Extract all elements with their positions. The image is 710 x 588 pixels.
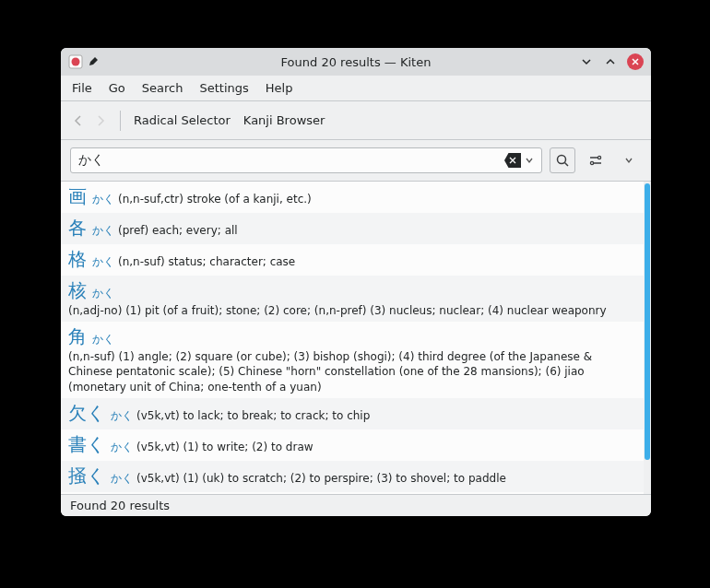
menubar: File Go Search Settings Help bbox=[61, 76, 651, 101]
menu-go[interactable]: Go bbox=[109, 81, 125, 95]
entry-reading: かく bbox=[111, 471, 133, 486]
entry-definition: (n,n-suf) (1) angle; (2) square (or cube… bbox=[68, 349, 636, 394]
titlebar[interactable]: Found 20 results — Kiten bbox=[61, 48, 651, 76]
app-icon bbox=[68, 54, 83, 69]
scrollbar[interactable] bbox=[644, 182, 651, 494]
entry-reading: かく bbox=[92, 223, 114, 238]
entry-kanji[interactable]: 書く bbox=[68, 432, 105, 457]
entry-definition: (pref) each; every; all bbox=[118, 223, 238, 238]
result-entry[interactable]: 画かく (n,n-suf,ctr) stroke (of a kanji, et… bbox=[61, 182, 644, 213]
result-entry[interactable]: 掻くかく (v5k,vt) (1) (uk) to scratch; (2) t… bbox=[61, 461, 644, 492]
results-area: 画かく (n,n-suf,ctr) stroke (of a kanji, et… bbox=[61, 182, 651, 494]
kanji-browser-button[interactable]: Kanji Browser bbox=[243, 113, 325, 127]
result-entry[interactable]: 角かく (n,n-suf) (1) angle; (2) square (or … bbox=[61, 322, 644, 398]
entry-kanji[interactable]: 格 bbox=[68, 247, 87, 272]
svg-point-4 bbox=[590, 161, 593, 164]
entry-kanji[interactable]: 掻く bbox=[68, 464, 105, 488]
options-dropdown[interactable] bbox=[616, 147, 642, 173]
entry-reading: かく bbox=[111, 408, 133, 423]
back-button[interactable] bbox=[72, 114, 85, 127]
entry-reading: かく bbox=[92, 332, 114, 347]
clear-icon[interactable] bbox=[504, 153, 521, 168]
results-list[interactable]: 画かく (n,n-suf,ctr) stroke (of a kanji, et… bbox=[61, 182, 644, 494]
svg-point-3 bbox=[598, 156, 600, 159]
entry-kanji[interactable]: 角 bbox=[68, 324, 87, 349]
result-entry[interactable]: 書くかく (v5k,vt) (1) to write; (2) to draw bbox=[61, 429, 644, 461]
entry-definition: (v5k,vt) (1) (uk) to scratch; (2) to per… bbox=[136, 471, 506, 486]
scroll-thumb[interactable] bbox=[645, 183, 650, 460]
entry-reading: かく bbox=[92, 192, 114, 206]
close-button[interactable] bbox=[627, 53, 644, 70]
status-text: Found 20 results bbox=[70, 499, 170, 512]
filter-button[interactable] bbox=[583, 147, 609, 173]
entry-reading: かく bbox=[92, 254, 114, 269]
menu-search[interactable]: Search bbox=[142, 81, 183, 95]
result-entry[interactable]: 佳句かく (n) beautiful passage of literature bbox=[61, 492, 644, 494]
entry-kanji[interactable]: 各 bbox=[68, 216, 87, 241]
svg-point-2 bbox=[558, 156, 566, 164]
toolbar: Radical Selector Kanji Browser bbox=[61, 101, 651, 140]
status-bar: Found 20 results bbox=[61, 494, 651, 516]
entry-kanji[interactable]: 欠く bbox=[68, 401, 105, 426]
entry-definition: (n,n-suf,ctr) stroke (of a kanji, etc.) bbox=[118, 192, 312, 206]
menu-file[interactable]: File bbox=[72, 81, 92, 95]
search-history-dropdown[interactable] bbox=[521, 156, 538, 165]
toolbar-separator bbox=[120, 111, 121, 131]
result-entry[interactable]: 核かく (n,adj-no) (1) pit (of a fruit); sto… bbox=[61, 276, 644, 322]
entry-definition: (n,n-suf) status; character; case bbox=[118, 254, 295, 269]
search-bar bbox=[61, 140, 651, 182]
menu-help[interactable]: Help bbox=[266, 81, 293, 95]
search-input-wrap bbox=[70, 147, 542, 173]
entry-definition: (v5k,vt) (1) to write; (2) to draw bbox=[136, 440, 314, 454]
maximize-button[interactable] bbox=[603, 54, 618, 69]
result-entry[interactable]: 欠くかく (v5k,vt) to lack; to break; to crac… bbox=[61, 398, 644, 429]
entry-definition: (n,adj-no) (1) pit (of a fruit); stone; … bbox=[68, 303, 607, 318]
search-input[interactable] bbox=[78, 153, 504, 168]
result-entry[interactable]: 各かく (pref) each; every; all bbox=[61, 213, 644, 244]
entry-reading: かく bbox=[92, 286, 114, 300]
search-button[interactable] bbox=[550, 147, 575, 173]
window-title: Found 20 results — Kiten bbox=[61, 55, 651, 69]
result-entry[interactable]: 格かく (n,n-suf) status; character; case bbox=[61, 244, 644, 276]
entry-reading: かく bbox=[111, 440, 133, 454]
minimize-button[interactable] bbox=[579, 54, 594, 69]
radical-selector-button[interactable]: Radical Selector bbox=[134, 113, 231, 127]
pin-icon[interactable] bbox=[89, 55, 101, 68]
svg-point-1 bbox=[72, 58, 80, 66]
forward-button[interactable] bbox=[94, 114, 107, 127]
entry-kanji[interactable]: 核 bbox=[68, 278, 87, 303]
app-window: Found 20 results — Kiten File Go Search … bbox=[61, 48, 651, 516]
entry-definition: (v5k,vt) to lack; to break; to crack; to… bbox=[136, 408, 370, 423]
menu-settings[interactable]: Settings bbox=[199, 81, 248, 95]
entry-kanji[interactable]: 画 bbox=[68, 184, 87, 209]
